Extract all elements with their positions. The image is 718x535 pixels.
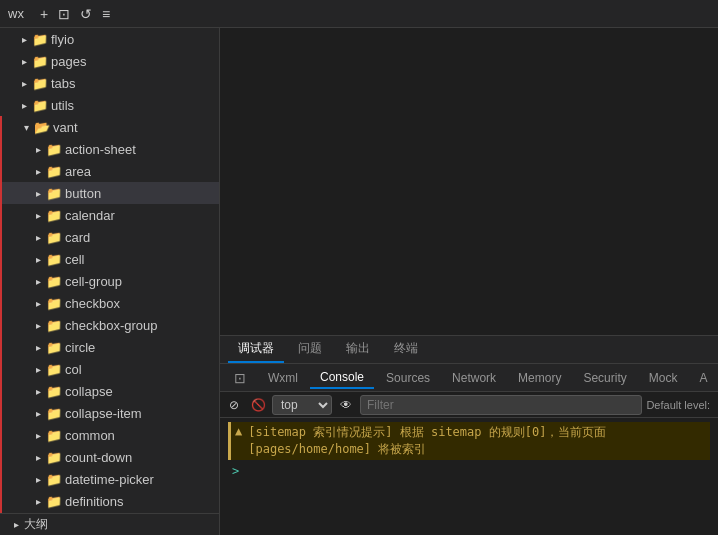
tree-item-pages[interactable]: 📁 pages <box>0 50 219 72</box>
tree-item-datetime-picker[interactable]: 📁 datetime-picker <box>2 468 219 490</box>
tree-item-checkbox-group[interactable]: 📁 checkbox-group <box>2 314 219 336</box>
console-context-select[interactable]: top <box>272 395 332 415</box>
utils-arrow <box>16 97 32 113</box>
calendar-label: calendar <box>65 208 115 223</box>
top-toolbar: wx + ⊡ ↺ ≡ <box>0 0 718 28</box>
count-down-arrow <box>30 449 46 465</box>
outline-arrow <box>8 517 24 533</box>
vant-arrow <box>18 119 34 135</box>
tab-output[interactable]: 输出 <box>336 336 380 363</box>
collapse-label: collapse <box>65 384 113 399</box>
utils-label: utils <box>51 98 74 113</box>
tree-item-utils[interactable]: 📁 utils <box>0 94 219 116</box>
file-tree-sidebar: 📁 flyio 📁 pages 📁 tabs 📁 utils 📂 <box>0 28 220 535</box>
utils-folder-icon: 📁 <box>32 97 48 113</box>
tree-item-action-sheet[interactable]: 📁 action-sheet <box>2 138 219 160</box>
button-arrow <box>30 185 46 201</box>
console-filter-input[interactable] <box>360 395 642 415</box>
devtools-more[interactable]: A <box>689 368 717 388</box>
vant-section: 📂 vant 📁 action-sheet 📁 area 📁 button <box>0 116 219 534</box>
tree-item-circle[interactable]: 📁 circle <box>2 336 219 358</box>
devtools-security[interactable]: Security <box>573 368 636 388</box>
tree-item-flyio[interactable]: 📁 flyio <box>0 28 219 50</box>
tree-item-cell[interactable]: 📁 cell <box>2 248 219 270</box>
cell-folder-icon: 📁 <box>46 251 62 267</box>
flyio-label: flyio <box>51 32 74 47</box>
circle-arrow <box>30 339 46 355</box>
card-label: card <box>65 230 90 245</box>
console-eye-btn[interactable]: 👁 <box>336 395 356 415</box>
tree-item-col[interactable]: 📁 col <box>2 358 219 380</box>
action-sheet-label: action-sheet <box>65 142 136 157</box>
devtools-sources[interactable]: Sources <box>376 368 440 388</box>
tree-item-count-down[interactable]: 📁 count-down <box>2 446 219 468</box>
tree-item-vant[interactable]: 📂 vant <box>2 116 219 138</box>
tab-issues[interactable]: 问题 <box>288 336 332 363</box>
button-label: button <box>65 186 101 201</box>
tabs-arrow <box>16 75 32 91</box>
tree-item-common[interactable]: 📁 common <box>2 424 219 446</box>
console-clear-btn[interactable]: 🚫 <box>248 395 268 415</box>
tree-item-calendar[interactable]: 📁 calendar <box>2 204 219 226</box>
tree-item-cell-group[interactable]: 📁 cell-group <box>2 270 219 292</box>
tab-debugger[interactable]: 调试器 <box>228 336 284 363</box>
common-folder-icon: 📁 <box>46 427 62 443</box>
outline-label: 大纲 <box>24 516 48 533</box>
card-folder-icon: 📁 <box>46 229 62 245</box>
tree-item-area[interactable]: 📁 area <box>2 160 219 182</box>
devtools-mock[interactable]: Mock <box>639 368 688 388</box>
flyio-folder-icon: 📁 <box>32 31 48 47</box>
tree-item-checkbox[interactable]: 📁 checkbox <box>2 292 219 314</box>
add-icon[interactable]: + <box>40 6 48 22</box>
datetime-picker-label: datetime-picker <box>65 472 154 487</box>
devtools-console[interactable]: Console <box>310 367 374 389</box>
area-label: area <box>65 164 91 179</box>
cell-group-folder-icon: 📁 <box>46 273 62 289</box>
tree-item-collapse[interactable]: 📁 collapse <box>2 380 219 402</box>
tabs-label: tabs <box>51 76 76 91</box>
tree-item-collapse-item[interactable]: 📁 collapse-item <box>2 402 219 424</box>
checkbox-folder-icon: 📁 <box>46 295 62 311</box>
outline-bar[interactable]: 大纲 <box>0 513 219 535</box>
tree-item-definitions[interactable]: 📁 definitions <box>2 490 219 512</box>
main-layout: 📁 flyio 📁 pages 📁 tabs 📁 utils 📂 <box>0 28 718 535</box>
devtools-network[interactable]: Network <box>442 368 506 388</box>
collapse-item-folder-icon: 📁 <box>46 405 62 421</box>
pages-folder-icon: 📁 <box>32 53 48 69</box>
checkbox-group-label: checkbox-group <box>65 318 158 333</box>
devtools-memory[interactable]: Memory <box>508 368 571 388</box>
action-sheet-arrow <box>30 141 46 157</box>
tree-item-tabs[interactable]: 📁 tabs <box>0 72 219 94</box>
devtools-pointer[interactable]: ⊡ <box>224 367 256 389</box>
vant-label: vant <box>53 120 78 135</box>
checkbox-group-folder-icon: 📁 <box>46 317 62 333</box>
common-label: common <box>65 428 115 443</box>
console-input-line[interactable]: > <box>228 462 710 480</box>
split-icon[interactable]: ⊡ <box>58 6 70 22</box>
menu-icon[interactable]: ≡ <box>102 6 110 22</box>
refresh-icon[interactable]: ↺ <box>80 6 92 22</box>
devtools-wxml[interactable]: Wxml <box>258 368 308 388</box>
right-panel: 调试器 问题 输出 终端 ⊡ Wxml Console Sources Netw… <box>220 28 718 535</box>
toolbar-icons: + ⊡ ↺ ≡ <box>40 6 110 22</box>
warning-icon: ▲ <box>235 424 242 438</box>
tree-item-button[interactable]: 📁 button <box>2 182 219 204</box>
cell-label: cell <box>65 252 85 267</box>
definitions-label: definitions <box>65 494 124 509</box>
circle-label: circle <box>65 340 95 355</box>
tree-item-card[interactable]: 📁 card <box>2 226 219 248</box>
panel-tabs: 调试器 问题 输出 终端 <box>220 336 718 364</box>
devtools-bar: ⊡ Wxml Console Sources Network Memory Se… <box>220 364 718 392</box>
datetime-picker-arrow <box>30 471 46 487</box>
console-content: ▲ [sitemap 索引情况提示] 根据 sitemap 的规则[0]，当前页… <box>220 418 718 535</box>
tab-terminal[interactable]: 终端 <box>384 336 428 363</box>
console-stop-btn[interactable]: ⊘ <box>224 395 244 415</box>
console-toolbar: ⊘ 🚫 top 👁 Default level: <box>220 392 718 418</box>
console-warning-message: ▲ [sitemap 索引情况提示] 根据 sitemap 的规则[0]，当前页… <box>228 422 710 460</box>
app-title: wx <box>8 6 24 21</box>
console-level-label: Default level: <box>646 399 714 411</box>
checkbox-group-arrow <box>30 317 46 333</box>
collapse-item-label: collapse-item <box>65 406 142 421</box>
common-arrow <box>30 427 46 443</box>
card-arrow <box>30 229 46 245</box>
